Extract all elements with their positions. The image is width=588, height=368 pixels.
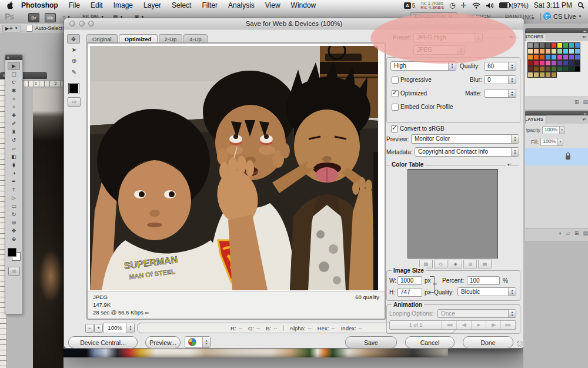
zoom-tool[interactable]: ⊕: [8, 235, 20, 243]
spotlight-icon[interactable]: [577, 2, 584, 9]
document-canvas[interactable]: [33, 88, 64, 368]
menu-window[interactable]: Window: [286, 1, 322, 9]
color-swatch[interactable]: [557, 54, 563, 60]
layer-group-icon[interactable]: ▱: [566, 230, 570, 241]
matte-select[interactable]: [485, 89, 516, 98]
color-swatch[interactable]: [569, 66, 574, 72]
color-swatch[interactable]: [545, 66, 551, 72]
tab-original[interactable]: Original: [86, 34, 118, 43]
orbit-3d-tool[interactable]: ⊚: [8, 218, 20, 227]
color-swatch[interactable]: [563, 54, 569, 60]
color-swatch[interactable]: [569, 54, 574, 60]
color-swatch[interactable]: [569, 60, 574, 66]
color-swatch[interactable]: [533, 66, 539, 72]
color-swatch[interactable]: [574, 42, 580, 48]
menu-image[interactable]: Image: [108, 1, 138, 9]
preview-button[interactable]: Preview...: [145, 336, 181, 349]
eyedropper-tool[interactable]: ✧: [8, 103, 20, 111]
color-swatch[interactable]: [563, 60, 569, 66]
hand-tool[interactable]: ✥: [8, 227, 20, 235]
bridge-button[interactable]: Br: [28, 13, 39, 22]
auto-select-checkbox[interactable]: [26, 25, 33, 32]
compression-select[interactable]: High: [390, 61, 456, 71]
menu-analysis[interactable]: Analysis: [223, 1, 260, 9]
color-swatch[interactable]: [545, 48, 551, 54]
rotate-3d-tool[interactable]: ↻: [8, 210, 20, 218]
color-swatch[interactable]: [574, 48, 580, 54]
color-swatch[interactable]: [545, 72, 551, 78]
optimized-preview-image[interactable]: SUPERMAN MAN Of STEEL: [90, 46, 378, 290]
brush-tool[interactable]: ✐: [8, 120, 20, 128]
color-swatch[interactable]: [533, 60, 539, 66]
lock-color-icon[interactable]: ◈: [449, 260, 462, 268]
color-swatch[interactable]: [551, 42, 557, 48]
crop-tool[interactable]: ⌗: [8, 95, 20, 103]
color-swatch[interactable]: [551, 54, 557, 60]
color-swatch[interactable]: [539, 66, 545, 72]
color-swatch[interactable]: [539, 60, 545, 66]
color-swatch[interactable]: [533, 72, 539, 78]
percent-input[interactable]: 100: [467, 276, 500, 285]
selected-layer-row[interactable]: [525, 148, 588, 166]
wifi-icon[interactable]: [472, 2, 480, 9]
battery-icon[interactable]: (97%): [499, 2, 529, 9]
resample-quality-select[interactable]: Bicubic: [457, 287, 516, 296]
color-swatch[interactable]: [539, 54, 545, 60]
color-swatch[interactable]: [563, 66, 569, 72]
volume-icon[interactable]: [486, 2, 494, 9]
height-input[interactable]: 747: [397, 288, 422, 297]
delete-color-icon[interactable]: ▤: [478, 260, 492, 268]
blur-tool[interactable]: ⧫: [8, 161, 20, 169]
menu-edit[interactable]: Edit: [85, 1, 108, 9]
matte-color-swatch[interactable]: [68, 83, 79, 94]
document-photo-strip[interactable]: [64, 349, 448, 357]
pen-tool[interactable]: ✒: [8, 177, 20, 185]
preview-select[interactable]: Monitor Color: [411, 134, 519, 144]
color-table-menu-icon[interactable]: ▾≡: [506, 163, 512, 167]
color-swatch[interactable]: [569, 42, 574, 48]
network-monitor-menulet[interactable]: Tx: 1.7KB/s Rx: 4.3KB/s: [420, 1, 444, 9]
new-color-icon[interactable]: ⊞: [463, 260, 477, 268]
tab-4-up[interactable]: 4-Up: [183, 34, 208, 43]
color-swatch[interactable]: [563, 42, 569, 48]
color-swatch[interactable]: [533, 54, 539, 60]
color-swatch[interactable]: [539, 48, 545, 54]
healing-brush-tool[interactable]: ✚: [8, 111, 20, 120]
tools-panel-header[interactable]: [5, 55, 22, 60]
gradient-tool[interactable]: ◧: [8, 152, 20, 161]
color-swatch[interactable]: [533, 48, 539, 54]
opacity-input[interactable]: 100%▾: [542, 126, 565, 134]
workspace-overflow-button[interactable]: »: [531, 14, 534, 22]
quick-selection-tool[interactable]: ✱: [8, 87, 20, 95]
delete-swatch-icon[interactable]: ▤: [583, 99, 588, 110]
progressive-checkbox[interactable]: [392, 77, 399, 84]
color-swatch[interactable]: [557, 42, 563, 48]
color-swatch[interactable]: [569, 48, 574, 54]
history-brush-tool[interactable]: ↺: [8, 136, 20, 144]
time-machine-icon[interactable]: ◷: [449, 1, 455, 9]
embed-color-profile-checkbox[interactable]: [392, 104, 399, 111]
color-swatch[interactable]: [533, 42, 539, 48]
color-swatch[interactable]: [551, 48, 557, 54]
color-swatch[interactable]: [574, 66, 580, 72]
clone-stamp-tool[interactable]: ♜: [8, 128, 20, 136]
swatches-panel-header[interactable]: ◂◂: [525, 28, 588, 33]
type-tool[interactable]: T: [8, 185, 20, 194]
color-swatch[interactable]: [545, 42, 551, 48]
menu-photoshop[interactable]: Photoshop: [16, 1, 64, 9]
menu-select[interactable]: Select: [166, 1, 196, 9]
color-swatch[interactable]: [557, 60, 563, 66]
color-swatch[interactable]: [551, 66, 557, 72]
color-swatch[interactable]: [527, 42, 533, 48]
menu-layer[interactable]: Layer: [138, 1, 166, 9]
metadata-select[interactable]: Copyright and Contact Info: [415, 147, 519, 157]
adobe-updater-icon[interactable]: A 5: [404, 2, 416, 9]
color-swatch[interactable]: [563, 48, 569, 54]
color-swatch[interactable]: [574, 60, 580, 66]
color-swatch[interactable]: [551, 72, 557, 78]
tool-preset-picker[interactable]: ▶✛▼: [2, 25, 21, 32]
path-selection-tool[interactable]: ▷: [8, 194, 20, 202]
toggle-slices-button[interactable]: ▭: [68, 97, 81, 107]
lasso-tool[interactable]: Ϛ: [8, 78, 20, 87]
swatches-menu-icon[interactable]: ▾≡: [582, 35, 586, 39]
